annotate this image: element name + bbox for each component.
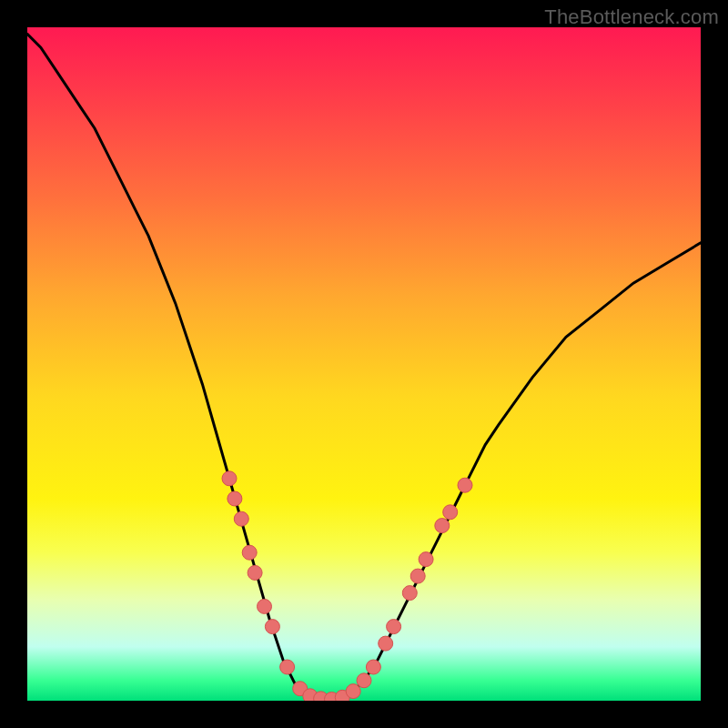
- data-marker: [402, 586, 417, 601]
- data-marker: [228, 491, 242, 506]
- data-marker: [248, 565, 262, 580]
- data-marker: [458, 478, 472, 492]
- data-marker: [366, 660, 380, 674]
- data-marker: [379, 636, 393, 651]
- data-marker: [258, 599, 272, 613]
- chart-frame: TheBottleneck.com: [0, 0, 728, 728]
- data-marker: [234, 511, 248, 526]
- curve-path: [27, 34, 701, 701]
- chart-svg: [27, 27, 701, 701]
- data-marker: [222, 471, 237, 486]
- data-marker: [435, 519, 450, 533]
- data-marker: [242, 545, 257, 560]
- bottleneck-curve: [27, 34, 701, 701]
- data-marker: [357, 673, 371, 688]
- data-marker: [265, 620, 279, 634]
- data-marker: [346, 684, 360, 699]
- data-marker: [387, 620, 401, 634]
- watermark-text: TheBottleneck.com: [544, 5, 719, 29]
- data-marker: [410, 569, 425, 583]
- data-marker: [419, 552, 433, 567]
- chart-plot-area: [27, 27, 701, 701]
- data-marker: [280, 660, 295, 674]
- data-marker: [443, 505, 458, 520]
